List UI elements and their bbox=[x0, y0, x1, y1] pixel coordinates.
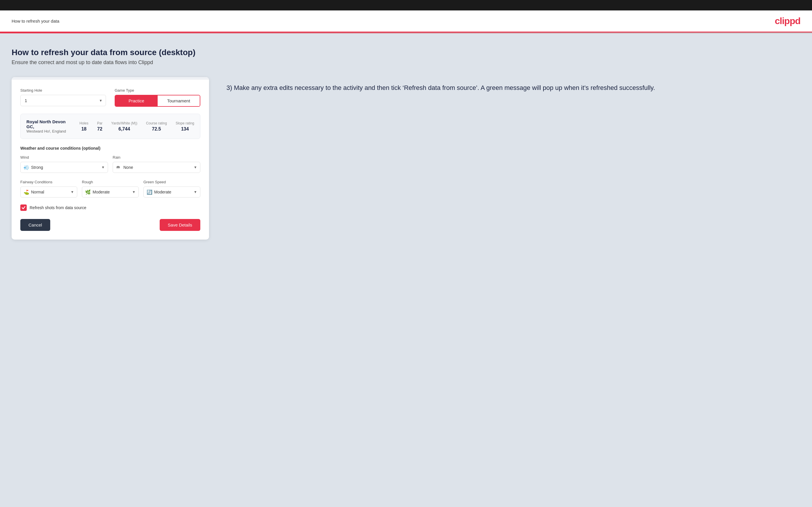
rain-select-wrapper: 🌧 None Light Heavy ▼ bbox=[113, 162, 200, 173]
stat-holes: Holes 18 bbox=[80, 121, 89, 132]
practice-button[interactable]: Practice bbox=[115, 96, 158, 106]
main-content: How to refresh your data from source (de… bbox=[0, 33, 812, 507]
wind-label: Wind bbox=[20, 155, 108, 160]
cancel-button[interactable]: Cancel bbox=[20, 219, 50, 231]
green-speed-select-wrapper: 🔄 Moderate Slow Fast ▼ bbox=[143, 186, 200, 198]
page-subtitle: Ensure the correct and most up to date d… bbox=[12, 59, 800, 65]
starting-hole-select[interactable]: 1 10 bbox=[20, 95, 106, 106]
conditions-row-2: Fairway Conditions ⛳ Normal Soft Hard ▼ bbox=[20, 180, 200, 198]
row-hole-gametype: Starting Hole 1 10 ▼ Game Type Pract bbox=[20, 88, 200, 107]
par-value: 72 bbox=[97, 126, 102, 132]
breadcrumb: How to refresh your data bbox=[12, 18, 59, 23]
game-type-toggle: Practice Tournament bbox=[115, 95, 200, 107]
starting-hole-label: Starting Hole bbox=[20, 88, 106, 93]
holes-label: Holes bbox=[80, 121, 89, 125]
course-rating-label: Course rating bbox=[146, 121, 167, 125]
form-buttons: Cancel Save Details bbox=[20, 219, 200, 231]
refresh-checkbox[interactable] bbox=[20, 205, 27, 211]
slope-rating-label: Slope rating bbox=[175, 121, 194, 125]
course-name-main: Royal North Devon GC, bbox=[27, 119, 71, 129]
group-rain: Rain 🌧 None Light Heavy ▼ bbox=[113, 155, 200, 173]
group-starting-hole: Starting Hole 1 10 ▼ bbox=[20, 88, 106, 107]
side-instructions: 3) Make any extra edits necessary to the… bbox=[226, 77, 800, 93]
wind-select-wrapper: 💨 Strong Light None ▼ bbox=[20, 162, 108, 173]
page-title: How to refresh your data from source (de… bbox=[12, 48, 800, 57]
game-type-label: Game Type bbox=[115, 88, 200, 93]
stat-course-rating: Course rating 72.5 bbox=[146, 121, 167, 132]
rain-select[interactable]: None Light Heavy bbox=[113, 162, 200, 173]
fairway-select-wrapper: ⛳ Normal Soft Hard ▼ bbox=[20, 186, 77, 198]
course-info-row: Royal North Devon GC, Westward Ho!, Engl… bbox=[20, 114, 200, 139]
rain-label: Rain bbox=[113, 155, 200, 160]
tournament-button[interactable]: Tournament bbox=[158, 96, 200, 106]
save-button[interactable]: Save Details bbox=[160, 219, 200, 231]
group-game-type: Game Type Practice Tournament bbox=[115, 88, 200, 107]
fairway-select[interactable]: Normal Soft Hard bbox=[20, 187, 77, 197]
refresh-label: Refresh shots from data source bbox=[30, 205, 86, 210]
conditions-heading: Weather and course conditions (optional) bbox=[20, 146, 200, 151]
green-speed-select[interactable]: Moderate Slow Fast bbox=[144, 187, 200, 197]
stat-slope-rating: Slope rating 134 bbox=[175, 121, 194, 132]
rough-label: Rough bbox=[82, 180, 139, 184]
yards-label: Yards/White (M)) bbox=[111, 121, 137, 125]
course-name-block: Royal North Devon GC, Westward Ho!, Engl… bbox=[27, 119, 71, 133]
instruction-text: 3) Make any extra edits necessary to the… bbox=[226, 83, 800, 93]
rough-select[interactable]: Moderate Light Heavy bbox=[82, 187, 139, 197]
fairway-label: Fairway Conditions bbox=[20, 180, 77, 184]
yards-value: 6,744 bbox=[111, 126, 137, 132]
clippd-logo: clippd bbox=[775, 16, 800, 26]
rough-select-wrapper: 🌿 Moderate Light Heavy ▼ bbox=[82, 186, 139, 198]
group-green-speed: Green Speed 🔄 Moderate Slow Fast ▼ bbox=[143, 180, 200, 198]
refresh-checkbox-row[interactable]: Refresh shots from data source bbox=[20, 205, 200, 211]
stat-par: Par 72 bbox=[97, 121, 102, 132]
group-rough: Rough 🌿 Moderate Light Heavy ▼ bbox=[82, 180, 139, 198]
form-card: Starting Hole 1 10 ▼ Game Type Pract bbox=[12, 77, 209, 239]
card-top-hint bbox=[12, 77, 209, 79]
course-location: Westward Ho!, England bbox=[27, 129, 71, 133]
green-speed-label: Green Speed bbox=[143, 180, 200, 184]
group-fairway: Fairway Conditions ⛳ Normal Soft Hard ▼ bbox=[20, 180, 77, 198]
par-label: Par bbox=[97, 121, 102, 125]
holes-value: 18 bbox=[80, 126, 89, 132]
top-bar bbox=[0, 0, 812, 10]
checkmark-icon bbox=[21, 206, 26, 210]
slope-rating-value: 134 bbox=[175, 126, 194, 132]
stat-yards: Yards/White (M)) 6,744 bbox=[111, 121, 137, 132]
wind-select[interactable]: Strong Light None bbox=[20, 162, 108, 173]
course-rating-value: 72.5 bbox=[146, 126, 167, 132]
header: How to refresh your data clippd bbox=[0, 10, 812, 33]
form-card-inner: Starting Hole 1 10 ▼ Game Type Pract bbox=[12, 79, 209, 239]
conditions-row-1: Wind 💨 Strong Light None ▼ Rain bbox=[20, 155, 200, 173]
starting-hole-wrapper: 1 10 ▼ bbox=[20, 95, 106, 106]
group-wind: Wind 💨 Strong Light None ▼ bbox=[20, 155, 108, 173]
content-area: Starting Hole 1 10 ▼ Game Type Pract bbox=[12, 77, 800, 239]
